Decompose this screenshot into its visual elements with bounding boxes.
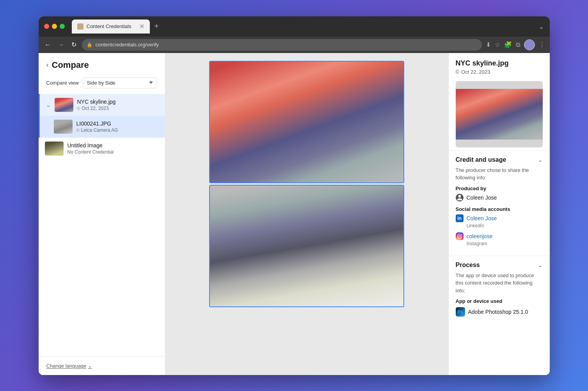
- compare-view-label: Compare view: [46, 80, 79, 86]
- top-image: [210, 62, 403, 182]
- credential-icon-nyc: ©: [77, 106, 80, 111]
- close-traffic-light[interactable]: [44, 24, 49, 29]
- sidebar-footer: Change language ⌄: [39, 356, 165, 375]
- tab-favicon: [77, 23, 83, 30]
- instagram-icon: [456, 232, 464, 240]
- producer-icon: [456, 194, 464, 202]
- url-text: contentcredentials.org/verify: [96, 42, 159, 48]
- app-device-label: App or device used: [456, 298, 543, 304]
- credential-icon-leica: ©: [76, 128, 80, 133]
- minimize-traffic-light[interactable]: [52, 24, 57, 29]
- tab-bar: Content Credentials ✕ +: [72, 19, 535, 34]
- photoshop-icon: Ps: [456, 307, 465, 317]
- chevron-down-icon: ⌄: [88, 363, 92, 369]
- toolbar-actions: ⬇ ☆ 🧩 ⧉ ⋮: [486, 39, 545, 50]
- thumb-leica: [54, 120, 73, 134]
- producer-name: Coleen Jose: [467, 195, 497, 201]
- downloads-icon[interactable]: ⬇: [486, 41, 491, 48]
- sidebar-header: ‹ Compare: [39, 53, 165, 75]
- instagram-platform-label: Instagram: [456, 241, 543, 246]
- profile-avatar[interactable]: [524, 39, 535, 50]
- main-content: [165, 53, 448, 375]
- preview-main-image: [456, 89, 543, 140]
- reload-button[interactable]: ↻: [70, 39, 78, 50]
- new-tab-button[interactable]: +: [151, 22, 162, 31]
- linkedin-platform-label: LinkedIn: [456, 223, 543, 228]
- item-meta-nyc: © Oct 22, 2023: [77, 106, 159, 111]
- social-item-linkedin: in Coleen Jose LinkedIn: [456, 214, 543, 228]
- browser-titlebar: Content Credentials ✕ + ⌄: [39, 16, 550, 37]
- instagram-link[interactable]: coleenjose: [467, 233, 493, 239]
- panel-image-preview: [456, 81, 543, 147]
- app-name: Adobe Photoshop 25.1.0: [468, 309, 528, 315]
- produced-by-label: Produced by: [456, 186, 543, 191]
- credit-usage-desc: The producer chose to share the followin…: [456, 166, 543, 182]
- credit-usage-header[interactable]: Credit and usage ⌄: [456, 156, 543, 163]
- image-item-untitled[interactable]: Untitled Image No Content Credential: [39, 138, 165, 159]
- producer-row: Coleen Jose: [456, 194, 543, 202]
- tab-close-button[interactable]: ✕: [139, 23, 144, 30]
- credit-usage-section: Credit and usage ⌄ The producer chose to…: [449, 150, 550, 256]
- process-chevron-icon: ⌄: [538, 262, 543, 268]
- item-filename-untitled: Untitled Image: [68, 142, 159, 149]
- browser-window: Content Credentials ✕ + ⌄ ← → ↻ 🔒 conten…: [39, 16, 550, 375]
- preview-strip-bottom: [456, 140, 543, 147]
- chrome-menu-icon[interactable]: ⋮: [539, 41, 545, 48]
- compare-view-select[interactable]: Side by Side Overlay Toggle: [83, 77, 157, 88]
- top-compare-image: [209, 61, 404, 183]
- sidebar: ‹ Compare Compare view Side by Side Over…: [39, 53, 165, 375]
- address-bar[interactable]: 🔒 contentcredentials.org/verify: [82, 39, 482, 51]
- item-info-untitled: Untitled Image No Content Credential: [68, 142, 159, 155]
- item-meta-untitled: No Content Credential: [68, 149, 159, 155]
- social-item-instagram: coleenjose Instagram: [456, 232, 543, 246]
- split-view-icon[interactable]: ⧉: [516, 41, 520, 48]
- item-date-nyc: Oct 22, 2023: [82, 106, 109, 111]
- thumb-nyc: [55, 98, 73, 112]
- image-item-leica[interactable]: LI000241.JPG © Leica Camera AG: [39, 116, 165, 138]
- credit-usage-title: Credit and usage: [456, 156, 506, 163]
- forward-button[interactable]: →: [57, 40, 66, 50]
- sidebar-title: Compare: [52, 60, 89, 70]
- traffic-lights: [44, 24, 65, 29]
- item-meta-leica: © Leica Camera AG: [76, 127, 159, 133]
- process-title: Process: [456, 262, 480, 269]
- item-filename-leica: LI000241.JPG: [76, 120, 159, 127]
- back-button[interactable]: ←: [43, 40, 53, 50]
- item-info-leica: LI000241.JPG © Leica Camera AG: [76, 120, 159, 133]
- app-row: Ps Adobe Photoshop 25.1.0: [456, 307, 543, 317]
- social-media-label: Social media accounts: [456, 206, 543, 212]
- panel-date-value: Oct 22, 2023: [461, 69, 490, 75]
- change-language-button[interactable]: Change language ⌄: [46, 363, 157, 369]
- browser-toolbar: ← → ↻ 🔒 contentcredentials.org/verify ⬇ …: [39, 37, 550, 53]
- item-nocredential-untitled: No Content Credential: [68, 149, 114, 155]
- lock-icon: 🔒: [87, 42, 92, 48]
- process-header[interactable]: Process ⌄: [456, 262, 543, 269]
- panel-date: © Oct 22, 2023: [456, 69, 543, 75]
- image-list: ⌄ NYC skyline.jpg © Oct 22, 2023 LI0002: [39, 94, 165, 356]
- chevron-toggle-icon[interactable]: ⌄: [46, 102, 51, 108]
- extensions-icon[interactable]: 🧩: [504, 41, 512, 48]
- social-link-row-linkedin: in Coleen Jose: [456, 214, 543, 222]
- bookmark-icon[interactable]: ☆: [495, 41, 500, 48]
- browser-tab-content-credentials[interactable]: Content Credentials ✕: [72, 19, 150, 34]
- app-content: ‹ Compare Compare view Side by Side Over…: [39, 53, 550, 375]
- linkedin-icon: in: [456, 214, 464, 222]
- maximize-traffic-light[interactable]: [60, 24, 65, 29]
- back-arrow-icon[interactable]: ‹: [46, 61, 49, 69]
- credit-usage-chevron-icon: ⌄: [538, 157, 543, 163]
- tab-menu-button[interactable]: ⌄: [538, 22, 544, 31]
- process-desc: The app or device used to produce this c…: [456, 272, 543, 295]
- process-section: Process ⌄ The app or device used to prod…: [449, 256, 550, 322]
- bottom-image: [210, 186, 403, 306]
- panel-filename: NYC skyline.jpg: [456, 59, 543, 67]
- tab-label: Content Credentials: [87, 23, 131, 29]
- thumb-untitled: [45, 142, 64, 156]
- bottom-compare-image: [209, 185, 404, 307]
- linkedin-link[interactable]: Coleen Jose: [467, 215, 497, 221]
- credential-date-icon: ©: [456, 69, 460, 75]
- social-link-row-instagram: coleenjose: [456, 232, 543, 240]
- item-filename-nyc: NYC skyline.jpg: [77, 99, 159, 105]
- right-panel: NYC skyline.jpg © Oct 22, 2023 Credit an…: [448, 53, 550, 375]
- image-item-nyc[interactable]: ⌄ NYC skyline.jpg © Oct 22, 2023: [39, 94, 165, 116]
- preview-strip-top: [456, 81, 543, 89]
